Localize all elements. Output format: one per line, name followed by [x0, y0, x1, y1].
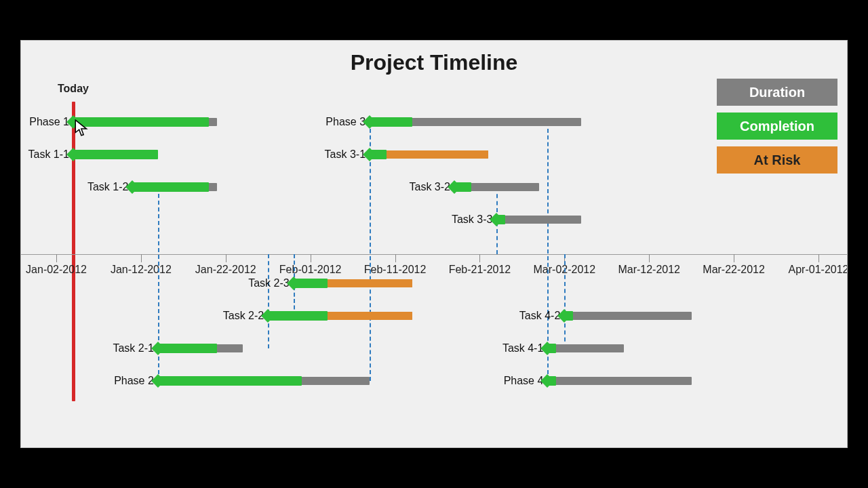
task-duration-bar — [547, 377, 691, 385]
axis-tick — [818, 254, 819, 262]
axis-tick-label: Feb-01-2012 — [279, 264, 342, 276]
axis-tick-label: Mar-12-2012 — [618, 264, 680, 276]
task-completion-bar — [73, 150, 158, 159]
chart-title: Project Timeline — [21, 50, 847, 75]
axis-tick-label: Jan-22-2012 — [195, 264, 256, 276]
task-completion-bar — [268, 311, 327, 321]
axis-tick-label: Apr-01-2012 — [789, 264, 848, 276]
axis-tick — [56, 254, 57, 262]
legend-completion: Completion — [717, 113, 837, 140]
task-duration-bar — [496, 216, 581, 224]
task-completion-bar — [158, 376, 302, 386]
axis-tick — [479, 254, 480, 262]
axis-tick — [649, 254, 650, 262]
dependency-line — [564, 254, 566, 348]
axis-tick-label: Feb-21-2012 — [449, 264, 511, 276]
task-completion-bar — [132, 182, 208, 192]
axis-tick-label: Feb-11-2012 — [364, 264, 427, 276]
axis-tick — [141, 254, 142, 262]
dependency-line — [268, 254, 269, 348]
task-completion-bar — [158, 344, 217, 353]
task-duration-bar — [564, 312, 691, 320]
axis-tick — [311, 254, 311, 262]
task-atrisk-bar — [387, 150, 488, 159]
axis-tick — [226, 254, 226, 262]
today-line — [72, 102, 75, 401]
task-atrisk-bar — [328, 279, 412, 287]
today-label: Today — [58, 83, 89, 95]
axis-tick-label: Mar-22-2012 — [703, 264, 765, 276]
axis-tick — [395, 254, 396, 262]
legend-atrisk: At Risk — [717, 146, 837, 174]
axis-tick-label: Jan-12-2012 — [111, 264, 172, 276]
task-atrisk-bar — [328, 312, 412, 320]
legend: Duration Completion At Risk — [717, 79, 837, 180]
legend-duration: Duration — [717, 79, 837, 106]
axis-tick-label: Jan-02-2012 — [26, 264, 87, 276]
x-axis — [21, 254, 848, 255]
axis-tick — [734, 254, 734, 262]
task-duration-bar — [547, 344, 623, 352]
task-completion-bar — [73, 117, 209, 127]
chart-frame: Project Timeline Duration Completion At … — [20, 40, 848, 448]
